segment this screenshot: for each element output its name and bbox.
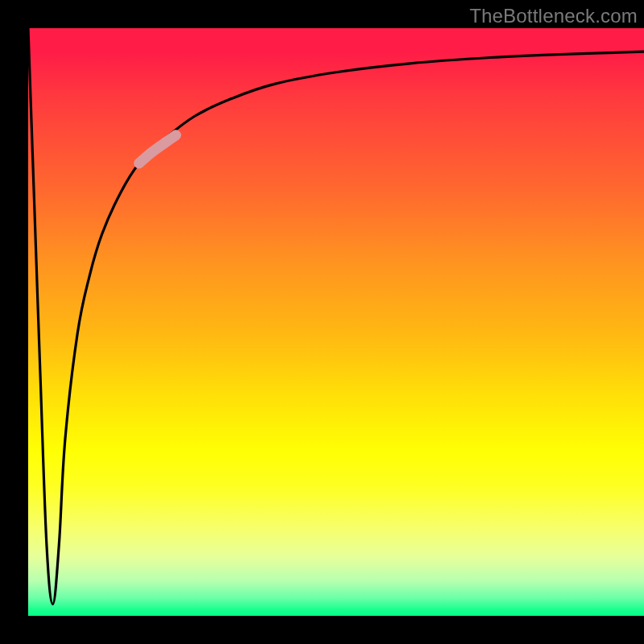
highlight-segment [139,135,176,163]
chart-frame: TheBottleneck.com [0,0,644,644]
watermark-text: TheBottleneck.com [469,5,638,27]
plot-area [28,28,644,616]
curve-layer [28,28,644,616]
bottleneck-curve [28,28,644,604]
